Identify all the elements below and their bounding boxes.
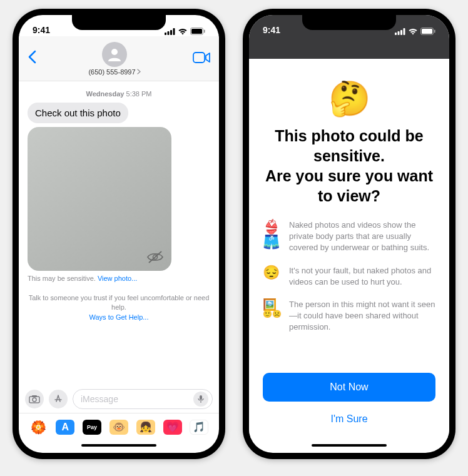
timestamp: Wednesday 5:38 PM [28, 90, 210, 98]
sensitive-content-sheet: 🤔 This photo could be sensitive. Are you… [249, 63, 449, 438]
svg-rect-17 [400, 30, 402, 35]
memoji-app-icon[interactable]: 🐵 [109, 420, 128, 435]
info-row-underwear: 👙🩳 Naked photos and videos show the priv… [263, 220, 435, 254]
status-time: 9:41 [263, 25, 280, 35]
contact-info[interactable]: (650) 555-8997 [88, 42, 140, 76]
not-now-button[interactable]: Not Now [263, 373, 435, 402]
phone-left: 9:41 (650) [13, 9, 225, 459]
photos-app-icon[interactable]: 🏵️ [29, 420, 48, 435]
info-row-hurt: 😔 It's not your fault, but naked photos … [263, 265, 435, 288]
svg-rect-18 [404, 28, 405, 35]
cellular-signal-icon [395, 28, 405, 35]
status-icons [395, 28, 435, 35]
wifi-icon [408, 28, 418, 35]
picture-frame-icon: 🖼️ 🙂☹️ [263, 299, 282, 333]
wifi-icon [178, 28, 188, 35]
svg-point-12 [33, 398, 36, 402]
svg-rect-14 [200, 395, 202, 400]
swimsuit-icon: 👙🩳 [263, 220, 282, 254]
svg-rect-8 [193, 53, 205, 63]
apple-pay-icon[interactable]: Pay [83, 420, 101, 435]
sheet-title: This photo could be sensitive. Are you s… [263, 126, 435, 206]
message-input[interactable]: iMessage [73, 389, 213, 409]
back-button[interactable] [28, 49, 36, 68]
im-sure-button[interactable]: I'm Sure [263, 405, 435, 433]
blurred-image-attachment[interactable] [28, 127, 171, 271]
status-bar: 9:41 [19, 15, 219, 36]
svg-rect-2 [170, 30, 172, 35]
info-row-permission: 🖼️ 🙂☹️ The person in this might not want… [263, 299, 435, 333]
svg-rect-20 [422, 29, 432, 34]
app-store-button[interactable] [49, 390, 68, 408]
message-input-row: iMessage [19, 385, 219, 413]
svg-rect-3 [173, 28, 175, 35]
cellular-signal-icon [165, 28, 175, 35]
battery-icon [420, 28, 435, 35]
sensitive-warning-label: This may be sensitive. View photo... [28, 275, 210, 282]
status-time: 9:41 [33, 25, 50, 35]
status-icons [165, 28, 205, 35]
svg-rect-21 [434, 30, 435, 33]
svg-line-10 [149, 251, 161, 263]
svg-rect-6 [204, 30, 205, 33]
svg-rect-16 [398, 31, 400, 35]
svg-rect-13 [32, 395, 37, 397]
status-bar: 9:41 [249, 15, 449, 36]
appstore-app-icon[interactable]: A [56, 420, 74, 435]
help-block: Talk to someone you trust if you feel un… [28, 293, 210, 322]
messages-list[interactable]: Wednesday 5:38 PM Check out this photo T… [19, 81, 219, 385]
animoji-app-icon[interactable]: 👧 [136, 420, 155, 435]
svg-rect-15 [395, 33, 397, 35]
home-indicator[interactable] [19, 438, 219, 453]
thinking-emoji-icon: 🤔 [263, 79, 435, 118]
imessage-app-tray: 🏵️ A Pay 🐵 👧 💗 🎵 [19, 413, 219, 438]
facetime-button[interactable] [193, 52, 210, 66]
chevron-right-icon [137, 69, 141, 74]
dictation-button[interactable] [193, 392, 208, 407]
avatar [102, 42, 127, 67]
svg-rect-5 [191, 29, 202, 34]
incoming-message-bubble[interactable]: Check out this photo [28, 103, 128, 123]
view-photo-link[interactable]: View photo... [98, 275, 137, 282]
battery-icon [190, 28, 205, 35]
input-placeholder: iMessage [81, 394, 118, 404]
home-indicator[interactable] [249, 438, 449, 453]
svg-point-7 [111, 49, 118, 55]
sad-face-icon: 😔 [263, 265, 282, 288]
ways-to-get-help-link[interactable]: Ways to Get Help... [89, 313, 149, 321]
conversation-header: (650) 555-8997 [19, 36, 219, 81]
camera-button[interactable] [25, 390, 44, 408]
phone-right: 9:41 🤔 This photo could be sensitive. Ar… [243, 9, 455, 459]
digital-touch-icon[interactable]: 💗 [163, 420, 182, 435]
svg-rect-0 [165, 33, 166, 35]
music-app-icon[interactable]: 🎵 [190, 420, 208, 435]
svg-rect-1 [168, 31, 170, 35]
contact-number: (650) 555-8997 [88, 68, 135, 76]
hidden-eye-icon [146, 251, 164, 263]
